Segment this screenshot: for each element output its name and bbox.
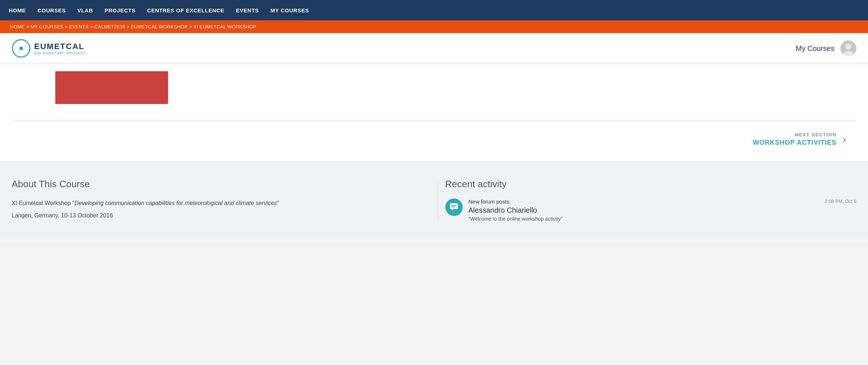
nav-events[interactable]: EVENTS	[236, 1, 259, 20]
svg-marker-6	[451, 209, 453, 210]
breadcrumb: HOME > MY COURSES > EVENTS > CALMET2016 …	[10, 24, 256, 29]
logo-area: EUMETCAL EIG EUMETNET PROJECT	[12, 39, 86, 58]
next-section-label: NEXT SECTION	[753, 132, 836, 137]
nav-vlab[interactable]: VLAB	[77, 1, 93, 20]
activity-time: 2:08 PM, Oct 6	[825, 198, 856, 204]
about-location: Langen, Germany, 10-13 October 2016	[12, 212, 423, 219]
activity-item: New forum posts: 2:08 PM, Oct 6 Alessand…	[445, 198, 857, 222]
logo-icon	[12, 39, 31, 58]
banner-section	[0, 64, 868, 111]
about-title: About This Course	[12, 179, 423, 190]
recent-activity-section: Recent activity New forum posts: 2:08 PM…	[438, 179, 857, 222]
next-section-button[interactable]: NEXT SECTION WORKSHOP ACTIVITIES ›	[753, 132, 846, 147]
svg-rect-7	[451, 205, 457, 206]
next-section-text: NEXT SECTION WORKSHOP ACTIVITIES	[753, 132, 836, 147]
main-content: NEXT SECTION WORKSHOP ACTIVITIES › About…	[0, 64, 868, 239]
nav-my-courses[interactable]: MY COURSES	[271, 1, 309, 20]
next-section-container: NEXT SECTION WORKSHOP ACTIVITIES ›	[0, 120, 868, 161]
activity-quote: "Welcome to the online workshop activity…	[469, 216, 857, 222]
red-banner-image	[55, 71, 168, 104]
svg-rect-8	[451, 206, 455, 207]
site-header: EUMETCAL EIG EUMETNET PROJECT My Courses	[0, 33, 868, 64]
header-my-courses-link[interactable]: My Courses	[796, 44, 835, 53]
svg-point-1	[19, 47, 23, 50]
svg-rect-5	[450, 203, 458, 209]
nav-courses[interactable]: COURSES	[37, 1, 66, 20]
recent-activity-title: Recent activity	[445, 179, 857, 190]
header-right: My Courses	[796, 40, 856, 56]
about-text-plain: XI Eumetcal Workshop "	[12, 200, 75, 206]
forum-icon	[445, 198, 463, 216]
activity-type-label: New forum posts:	[469, 198, 511, 205]
nav-home[interactable]: HOME	[9, 1, 26, 20]
top-navigation: HOME COURSES VLAB PROJECTS CENTRES OF EX…	[0, 0, 868, 20]
svg-point-3	[845, 44, 851, 49]
activity-content: New forum posts: 2:08 PM, Oct 6 Alessand…	[469, 198, 857, 222]
nav-projects[interactable]: PROJECTS	[105, 1, 136, 20]
logo-subtitle: EIG EUMETNET PROJECT	[34, 51, 86, 55]
nav-centres[interactable]: CENTRES OF EXCELLENCE	[147, 1, 224, 20]
about-text-italic: Developing communication capabilities fo…	[75, 200, 277, 206]
about-text-close: "	[277, 200, 279, 206]
avatar[interactable]	[840, 40, 856, 56]
logo-text: EUMETCAL EIG EUMETNET PROJECT	[34, 42, 86, 55]
logo-title: EUMETCAL	[34, 42, 86, 51]
breadcrumb-bar: HOME > MY COURSES > EVENTS > CALMET2016 …	[0, 20, 868, 33]
next-section-title: WORKSHOP ACTIVITIES	[753, 139, 836, 147]
bottom-section: About This Course XI Eumetcal Workshop "…	[0, 161, 868, 239]
about-course-section: About This Course XI Eumetcal Workshop "…	[12, 179, 438, 222]
activity-header: New forum posts: 2:08 PM, Oct 6	[469, 198, 857, 206]
about-description: XI Eumetcal Workshop "Developing communi…	[12, 198, 423, 208]
next-arrow-icon: ›	[842, 133, 846, 146]
activity-author: Alessandro Chiariello	[469, 206, 857, 214]
